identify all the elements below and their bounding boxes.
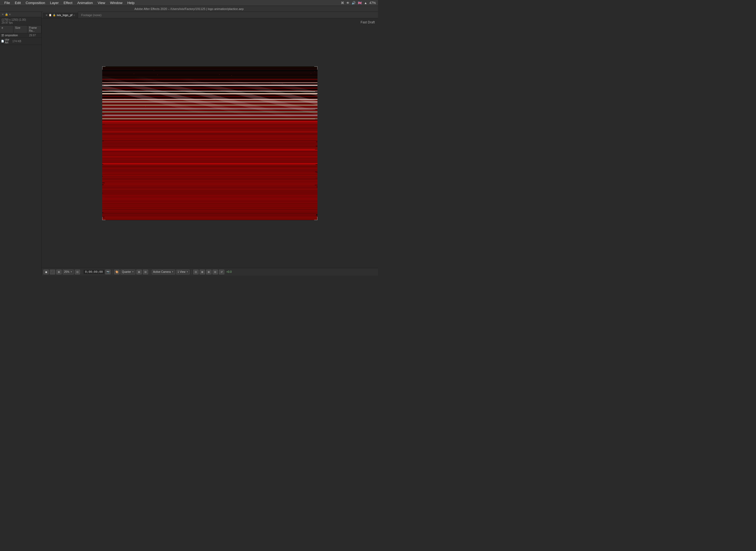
file-name: omposition <box>5 34 18 37</box>
view-btn4[interactable]: ⊟ <box>213 269 218 274</box>
eye-icon: 👁 <box>346 1 349 5</box>
menu-file[interactable]: File <box>2 0 12 5</box>
tab-ivix-logo-pf[interactable]: ✕ 📋 🔒 ivix_logo_pf ≡ <box>43 12 78 18</box>
camera-value: Active Camera <box>153 270 171 273</box>
divider3 <box>150 269 150 274</box>
tab-icon: 📋 <box>49 14 52 16</box>
corner-handle-br <box>314 217 317 220</box>
camera-arrow-icon: ▼ <box>172 270 174 273</box>
color-btn[interactable]: 🎨 <box>114 269 119 274</box>
grid-btn[interactable]: ⊞ <box>56 269 62 274</box>
viewer-options-btn[interactable]: ◼ <box>43 269 49 274</box>
col-size-header: Size <box>13 26 27 33</box>
comp-tab-lock-icon: 🔒 <box>53 14 56 16</box>
offset-label: +0.0 <box>225 270 232 273</box>
wifi-icon: ▲ <box>364 1 367 5</box>
view-dropdown[interactable]: 1 View ▼ <box>176 269 190 274</box>
main-layout: ✕ 🔒 ≡ (1750 x 1250) (1.00) 29.97 fps e S… <box>0 12 378 276</box>
glitch-canvas <box>102 66 317 220</box>
region-btn[interactable]: ⊞ <box>137 269 142 274</box>
battery-icon: 47% <box>369 1 376 5</box>
file-name: ctor Art <box>5 38 12 44</box>
screen-btn[interactable]: ⬛ <box>50 269 55 274</box>
flag-icon: 🇬🇧 <box>358 1 362 5</box>
quality-value: Quarter <box>122 270 131 273</box>
corner-handle-bl <box>102 217 105 220</box>
menu-edit[interactable]: Edit <box>13 0 23 5</box>
menu-bar: File Edit Composition Layer Effect Anima… <box>0 0 378 6</box>
panel-lock-icon: 🔒 <box>5 13 8 16</box>
corner-handle-tr <box>314 66 317 70</box>
view-arrow-icon: ▼ <box>186 270 188 273</box>
zoom-arrow-icon: ▼ <box>70 270 72 273</box>
file-icon: 📄 <box>1 40 4 42</box>
view-value: 1 View <box>178 270 186 273</box>
view-btn3[interactable]: ⊞ <box>206 269 212 274</box>
bottom-bar: ◼ ⬛ ⊞ 25% ▼ ⊡ 0;00;00;00 📷 🎨 Quarter ▼ <box>42 268 378 276</box>
tab-menu-icon[interactable]: ≡ <box>73 14 75 17</box>
menu-view[interactable]: View <box>95 0 107 5</box>
cmd-icon: ⌘ <box>341 1 344 5</box>
project-header: ✕ 🔒 ≡ <box>0 12 41 17</box>
menu-animation[interactable]: Animation <box>75 0 95 5</box>
menu-system-icons: ⌘ 👁 🔊 🇬🇧 ▲ 47% <box>341 1 376 5</box>
comp-tabs: ✕ 📋 🔒 ivix_logo_pf ≡ Footage (none) <box>42 12 378 18</box>
divider4 <box>191 269 192 274</box>
tab-close-icon[interactable]: ✕ <box>45 14 48 17</box>
file-list: 🎬 omposition 29.97 📄 ctor Art 174 KB <box>0 33 41 276</box>
file-frame: 29.97 <box>29 34 40 37</box>
reset-btn[interactable]: ↺ <box>219 269 224 274</box>
file-size: 174 KB <box>12 40 26 43</box>
panel-close-icon[interactable]: ✕ <box>2 13 4 16</box>
divider2 <box>112 269 112 274</box>
project-info: (1750 x 1250) (1.00) 29.97 fps <box>0 17 41 26</box>
zoom-value: 25% <box>64 270 69 273</box>
view-btn1[interactable]: ⊡ <box>193 269 199 274</box>
menu-window[interactable]: Window <box>108 0 124 5</box>
left-panel: ✕ 🔒 ≡ (1750 x 1250) (1.00) 29.97 fps e S… <box>0 12 42 276</box>
col-name-header: e <box>0 26 13 33</box>
resolution-info: (1750 x 1250) (1.00) <box>2 18 40 21</box>
divider1 <box>82 269 82 274</box>
comp-canvas <box>102 66 317 220</box>
timecode-display[interactable]: 0;00;00;00 <box>84 270 104 274</box>
corner-handle-tl <box>102 66 105 70</box>
menu-layer[interactable]: Layer <box>48 0 61 5</box>
app-title: Adobe After Effects 2020 – /Users/ivix/F… <box>134 7 243 10</box>
transparency-btn[interactable]: ⊟ <box>143 269 148 274</box>
viewer-canvas: Fast Draft <box>42 18 378 268</box>
quality-arrow-icon: ▼ <box>132 270 134 273</box>
tab-label: ivix_logo_pf <box>57 13 72 17</box>
file-list-header: e Size Frame Ra... <box>0 26 41 33</box>
fit-btn[interactable]: ⊡ <box>75 269 80 274</box>
menu-composition[interactable]: Composition <box>23 0 47 5</box>
menu-help[interactable]: Help <box>125 0 137 5</box>
list-item[interactable]: 🎬 omposition 29.97 <box>0 33 41 38</box>
col-frame-header: Frame Ra... <box>27 26 41 33</box>
fps-info: 29.97 fps <box>2 21 40 24</box>
list-item[interactable]: 📄 ctor Art 174 KB <box>0 38 41 45</box>
tab-footage[interactable]: Footage (none) <box>78 12 105 18</box>
audio-icon: 🔊 <box>352 1 356 5</box>
zoom-dropdown[interactable]: 25% ▼ <box>63 269 74 274</box>
footage-tab-label: Footage (none) <box>81 13 101 17</box>
camera-dropdown[interactable]: Active Camera ▼ <box>152 269 175 274</box>
file-icon: 🎬 <box>1 34 4 37</box>
snap-btn[interactable]: 📷 <box>105 269 110 274</box>
view-btn2[interactable]: ⊠ <box>200 269 205 274</box>
quality-dropdown[interactable]: Quarter ▼ <box>120 269 135 274</box>
panel-menu-icon[interactable]: ≡ <box>9 13 11 16</box>
fast-draft-label: Fast Draft <box>360 20 375 24</box>
menu-effect[interactable]: Effect <box>61 0 74 5</box>
title-bar: Adobe After Effects 2020 – /Users/ivix/F… <box>0 6 378 12</box>
viewer-area: ✕ 📋 🔒 ivix_logo_pf ≡ Footage (none) Fast… <box>42 12 378 276</box>
